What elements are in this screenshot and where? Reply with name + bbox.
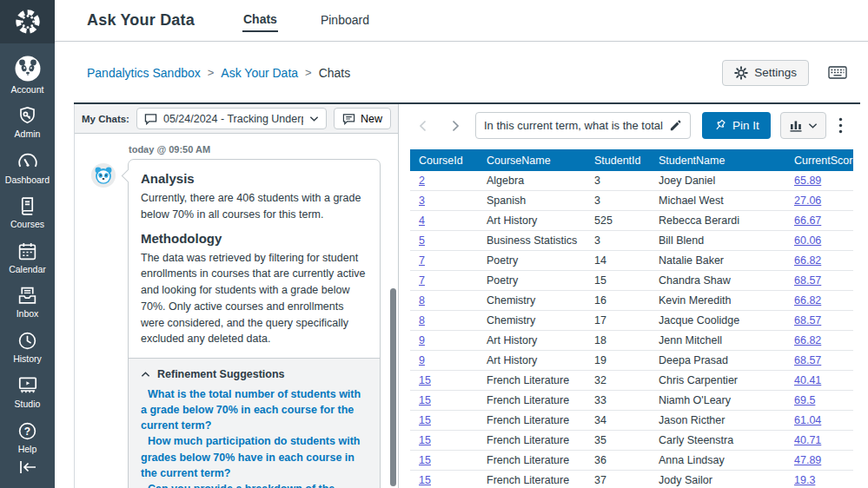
sidebar-item-label: Admin [15, 129, 41, 139]
suggestion-link[interactable]: How much participation do students with … [141, 433, 368, 480]
table-row: 2 Algebra 3 Joey Daniel 65.89 [410, 171, 853, 191]
more-options-button[interactable] [838, 117, 843, 134]
current-score-link[interactable]: 65.89 [794, 175, 821, 187]
course-name-cell: French Literature [478, 371, 586, 391]
current-score-link[interactable]: 19.3 [794, 474, 815, 486]
current-score-link[interactable]: 68.57 [794, 354, 821, 366]
table-row: 4 Art History 525 Rebecca Berardi 66.67 [410, 211, 853, 231]
student-id-cell: 3 [586, 191, 650, 211]
course-id-link[interactable]: 15 [419, 474, 431, 486]
student-id-cell: 19 [586, 351, 650, 371]
current-score-link[interactable]: 66.82 [794, 294, 821, 307]
new-chat-button[interactable]: New [334, 108, 391, 129]
current-score-link[interactable]: 66.82 [794, 254, 821, 267]
pin-it-button[interactable]: Pin It [702, 112, 771, 139]
course-id-link[interactable]: 9 [419, 334, 425, 346]
current-score-link[interactable]: 40.41 [794, 374, 821, 386]
current-score-link[interactable]: 60.06 [794, 234, 821, 247]
chart-type-dropdown[interactable] [780, 112, 826, 139]
course-name-cell: Art History [478, 331, 586, 351]
current-score-link[interactable]: 61.04 [794, 414, 821, 426]
course-id-link[interactable]: 8 [419, 314, 425, 326]
column-header-currentscore[interactable]: CurrentScore [785, 149, 853, 171]
student-id-cell: 3 [586, 171, 650, 191]
keyboard-shortcuts-button[interactable] [828, 65, 847, 80]
student-name-cell: Natalie Baker [650, 251, 785, 271]
student-id-cell: 16 [586, 291, 650, 311]
student-id-cell: 35 [586, 431, 650, 451]
sidebar-item-courses[interactable]: Courses [0, 189, 55, 234]
course-id-link[interactable]: 15 [419, 394, 431, 406]
current-score-link[interactable]: 47.89 [794, 454, 821, 466]
my-chats-label: My Chats: [82, 114, 129, 124]
current-score-link[interactable]: 69.5 [794, 394, 815, 406]
sidebar-item-inbox[interactable]: Inbox [0, 279, 55, 324]
current-score-link[interactable]: 66.67 [794, 214, 821, 227]
tab-chats[interactable]: Chats [242, 9, 278, 32]
current-score-link[interactable]: 68.57 [794, 274, 821, 287]
course-id-link[interactable]: 15 [419, 454, 431, 466]
course-id-link[interactable]: 7 [419, 274, 425, 287]
course-id-link[interactable]: 5 [419, 234, 425, 247]
course-id-link[interactable]: 15 [419, 434, 431, 446]
current-score-link[interactable]: 68.57 [794, 314, 821, 326]
sidebar-item-label: Courses [10, 220, 44, 229]
results-table: CourseId CourseName StudentId StudentNam… [410, 149, 853, 488]
student-name-cell: Niamh O'Leary [650, 391, 785, 411]
course-id-link[interactable]: 8 [419, 294, 425, 307]
svg-text:?: ? [24, 425, 30, 437]
current-score-link[interactable]: 40.71 [794, 434, 821, 446]
student-name-cell: Jacque Coolidge [650, 311, 785, 331]
student-name-cell: Kevin Meredith [650, 291, 785, 311]
current-score-link[interactable]: 27.06 [794, 195, 821, 207]
student-id-cell: 37 [586, 471, 650, 488]
sidebar-item-admin[interactable]: Admin [0, 99, 55, 144]
pencil-icon[interactable] [669, 119, 682, 132]
column-header-coursename[interactable]: CourseName [478, 149, 586, 171]
table-row: 7 Poetry 15 Chandra Shaw 68.57 [410, 271, 853, 291]
current-score-link[interactable]: 66.82 [794, 334, 821, 346]
sidebar-item-history[interactable]: History [0, 324, 55, 369]
column-header-studentname[interactable]: StudentName [650, 149, 785, 171]
shield-key-icon [17, 105, 38, 127]
chat-scrollbar-thumb[interactable] [390, 288, 396, 486]
chat-select-dropdown[interactable]: 05/24/2024 - Tracking Underperformir [136, 108, 327, 129]
table-body: 2 Algebra 3 Joey Daniel 65.89 3 Spanish … [410, 171, 853, 488]
results-panel: Pin It C [406, 104, 860, 488]
suggestion-link[interactable]: What is the total number of students wit… [141, 386, 368, 433]
my-chats-bar: My Chats: 05/24/2024 - Tracking Underper… [75, 104, 398, 134]
message-timestamp: today @ 09:50 AM [129, 144, 381, 155]
suggestion-list: What is the total number of students wit… [141, 386, 368, 488]
header-tabs: Chats Pinboard [242, 0, 370, 41]
column-header-studentid[interactable]: StudentId [586, 149, 650, 171]
next-result-button[interactable] [444, 115, 467, 137]
canvas-logo[interactable] [0, 0, 55, 43]
collapse-sidebar-button[interactable] [17, 458, 39, 476]
settings-button[interactable]: Settings [722, 60, 809, 86]
course-id-link[interactable]: 15 [419, 374, 431, 386]
sidebar-item-studio[interactable]: Studio [0, 368, 55, 414]
sidebar-item-dashboard[interactable]: Dashboard [0, 144, 55, 190]
table-row: 8 Chemistry 17 Jacque Coolidge 68.57 [410, 311, 853, 331]
course-name-cell: French Literature [478, 411, 586, 431]
tab-pinboard[interactable]: Pinboard [320, 10, 370, 31]
sidebar-item-account[interactable]: Account [0, 49, 55, 100]
suggestion-link[interactable]: Can you provide a breakdown of the numbe… [141, 481, 368, 488]
course-id-link[interactable]: 7 [419, 254, 425, 267]
course-id-link[interactable]: 9 [419, 354, 425, 366]
question-input[interactable] [484, 119, 664, 132]
breadcrumb-link-sandbox[interactable]: Pandalytics Sandbox [87, 66, 201, 80]
course-name-cell: French Literature [478, 391, 586, 411]
refinement-suggestions-toggle[interactable]: Refinement Suggestions [141, 368, 368, 380]
course-id-link[interactable]: 3 [419, 195, 425, 207]
sidebar-item-help[interactable]: ? Help [0, 414, 55, 459]
sidebar-item-calendar[interactable]: Calendar [0, 234, 55, 280]
course-id-link[interactable]: 2 [419, 175, 425, 187]
breadcrumb-link-ask-your-data[interactable]: Ask Your Data [221, 66, 298, 80]
course-id-link[interactable]: 4 [419, 214, 425, 227]
panda-avatar-icon [14, 55, 42, 82]
course-id-link[interactable]: 15 [419, 414, 431, 426]
studio-icon [17, 374, 39, 397]
column-header-courseid[interactable]: CourseId [410, 149, 478, 171]
previous-result-button[interactable] [411, 115, 434, 137]
